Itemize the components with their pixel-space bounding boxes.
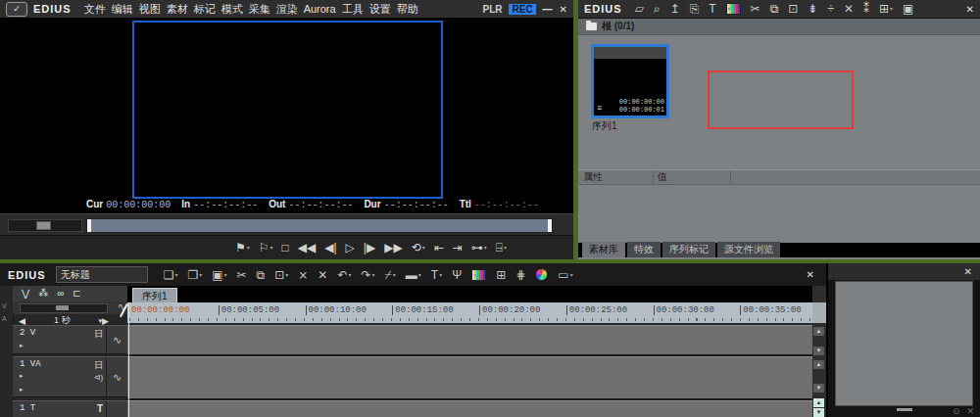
bin-tab[interactable]: 序列标记 [662,242,715,257]
new-sequence-icon-dropdown[interactable]: ▾ [174,272,177,278]
zoom-slider-handle[interactable] [56,305,69,310]
divide-icon[interactable]: ÷ [827,3,834,15]
plr-mode-button[interactable]: PLR [482,4,502,15]
position-scrollbar-left-cap[interactable] [87,219,91,232]
save-project-icon-dropdown[interactable]: ▾ [224,272,227,278]
menu-item[interactable]: 设置 [369,2,391,17]
expand-track-icon[interactable]: ▸ [20,372,24,380]
add-transition-icon-dropdown[interactable]: ▾ [418,272,421,278]
voiceover-icon[interactable]: Ψ [452,269,462,281]
menu-item[interactable]: 渲染 [276,2,298,17]
resize-grip-icon[interactable]: ⊙ [953,407,960,416]
bin-folder-header[interactable]: 根 (0/1) [578,19,980,35]
title-track-icon[interactable]: T [97,403,103,414]
colorbars-icon[interactable]: ▾ [471,269,486,281]
copy-icon[interactable]: ⧉ [257,269,266,281]
playhead-line[interactable] [128,302,129,417]
open-project-icon[interactable]: ❐▾ [187,269,202,281]
patch-source-icon[interactable]: ∿ [106,326,127,353]
bin-tab[interactable]: 源文件浏览 [717,242,780,257]
colorbars-icon[interactable]: ▾ [726,3,741,15]
bin-tab[interactable]: 素材库 [582,242,625,257]
monitor-layout-icon-dropdown[interactable]: ▾ [570,272,573,278]
redo-icon-dropdown[interactable]: ▾ [372,272,375,278]
toolbox-icon[interactable]: ▣ [903,3,913,15]
add-cut-point-icon[interactable]: ⌿▾ [385,269,396,281]
scroll-down-icon[interactable]: ▼ [813,408,824,417]
new-folder-icon[interactable]: ▱ [635,3,644,15]
copy-icon[interactable]: ⧉ [770,3,779,15]
export-icon[interactable]: ⍈▾ [496,242,507,254]
view-mode-icon-dropdown[interactable]: ▾ [890,6,893,12]
play-icon[interactable]: ▷ [346,242,355,254]
new-sequence-icon[interactable]: ❏▾ [164,269,178,281]
shuttle-slider[interactable] [8,219,82,232]
expand-track-icon[interactable]: ▸ [20,386,24,394]
menu-item[interactable]: 文件 [84,2,106,17]
loop-icon[interactable]: ⟲▾ [412,242,425,254]
scroll-up-icon[interactable]: ▲ [813,327,824,336]
fast-forward-icon[interactable]: ▶▶ [384,242,402,254]
up-folder-icon[interactable]: ↥ [670,3,680,15]
undo-icon-dropdown[interactable]: ▾ [348,272,351,278]
paste-icon[interactable]: ⊡ [788,3,798,15]
scroll-up-icon[interactable]: ▲ [813,398,824,407]
value-column-header[interactable]: 值 [654,170,731,184]
menu-item[interactable]: Aurora [304,3,336,15]
menu-item[interactable]: 视图 [139,2,161,17]
paste-icon[interactable]: ⊡▾ [274,269,288,281]
jump-to-in-icon[interactable]: ⇤ [434,242,444,254]
save-project-icon[interactable]: ▣▾ [212,269,226,281]
bin-tab[interactable]: 特效 [627,242,661,257]
set-out-flag-icon[interactable]: ⚐▾ [259,242,273,254]
zoom-slider[interactable] [20,303,108,313]
create-title-icon[interactable]: T▾ [431,269,442,281]
delete-icon[interactable]: ✕ [844,3,854,15]
clip-label[interactable]: 序列1 [592,119,617,133]
project-title-field[interactable]: 无标题 [56,266,148,283]
ripple-mode-icon[interactable]: ∞ [57,289,64,299]
colorbars-icon-dropdown[interactable]: ▾ [473,272,476,278]
trim-mode-icon[interactable]: ⊞ [496,269,506,281]
menu-item[interactable]: 标记 [194,2,216,17]
scroll-down-icon[interactable]: ▼ [813,384,824,393]
undo-icon[interactable]: ↶▾ [337,269,351,281]
palette-resize-handle[interactable] [897,408,912,411]
set-in-flag-icon-dropdown[interactable]: ▾ [247,245,250,251]
prev-frame-icon[interactable]: ◀| [324,242,336,254]
menu-item[interactable]: 素材 [167,2,188,17]
cut-icon[interactable]: ✂ [751,3,760,15]
create-title-icon-dropdown[interactable]: ▾ [439,272,442,278]
rec-mode-button[interactable]: REC [509,4,535,15]
video-audio-track-lane[interactable] [127,356,812,400]
video-track-icon[interactable]: 日 [94,328,103,341]
next-frame-icon[interactable]: |▶ [364,242,375,254]
video-track-icon[interactable]: 日 [94,359,103,372]
timeline-ruler[interactable]: 00:00:00:0000:00:05:0000:00:10:0000:00:1… [127,302,812,325]
menu-item[interactable]: 编辑 [112,2,133,17]
cut-icon[interactable]: ✂ [237,269,247,281]
set-in-flag-icon[interactable]: ⚑▾ [235,242,250,254]
export-icon-dropdown[interactable]: ▾ [504,245,507,251]
pin-icon[interactable]: ⇟ [808,3,817,15]
shuttle-handle[interactable] [36,221,51,230]
jump-to-out-icon[interactable]: ⇥ [453,242,463,254]
patch-source-icon[interactable]: ∿ [106,401,127,417]
speaker-icon[interactable]: ⊲) [94,373,103,382]
loop-icon-dropdown[interactable]: ▾ [422,245,425,251]
palette-close-button[interactable]: ✕ [964,266,972,277]
menu-item[interactable]: 帮助 [397,2,418,17]
color-wheel-icon[interactable] [535,268,548,281]
position-scrollbar-right-cap[interactable] [548,219,552,232]
set-out-flag-icon-dropdown[interactable]: ▾ [270,245,272,251]
close-button[interactable]: ✕ [560,4,567,15]
scroll-down-icon[interactable]: ▼ [813,347,824,355]
play-around-icon[interactable]: ⊶▾ [471,242,487,254]
clip-thumbnail[interactable]: ≡ 00:00:00:00 00:00:00:01 [591,44,669,118]
audio-mixer-icon[interactable]: ⋕ [515,269,525,281]
ripple-cut-icon[interactable]: ⨯ [298,269,308,281]
title-track-lane[interactable] [127,400,812,417]
preset-icon[interactable]: ⁑ [863,3,869,15]
delete-icon[interactable]: ✕ [318,269,327,281]
property-column-header[interactable]: 属性 [578,170,654,184]
